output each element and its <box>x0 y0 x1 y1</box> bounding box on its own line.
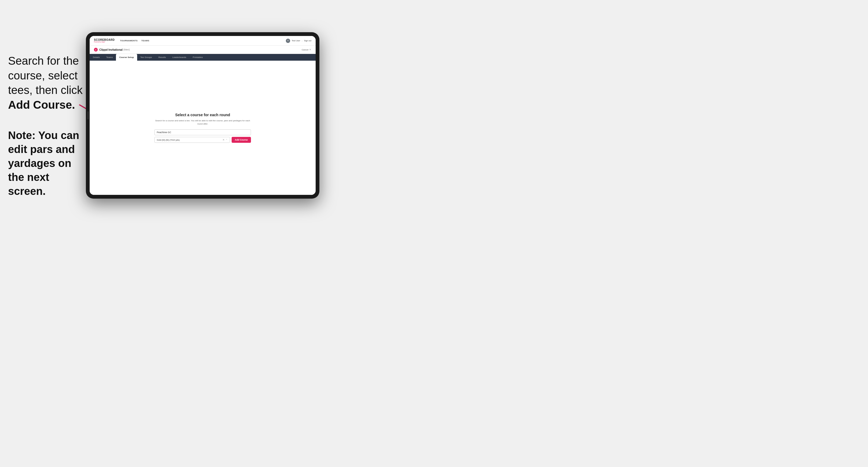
sign-out-link[interactable]: Sign out <box>304 39 311 42</box>
top-nav: SCOREBOARD Powered by clippd TOURNAMENTS… <box>90 36 316 45</box>
main-content: Select a course for each round Search fo… <box>90 61 316 195</box>
course-search-input[interactable] <box>154 129 251 135</box>
add-course-button[interactable]: Add Course <box>231 137 251 143</box>
tournament-title: Clippd Invitational <box>99 48 123 51</box>
tee-select-dropdown[interactable]: Gold (M) (M) (7010 yds) ✕ ⌃ <box>154 137 230 143</box>
nav-link-tournaments[interactable]: TOURNAMENTS <box>120 39 137 42</box>
tee-clear-icon[interactable]: ✕ <box>222 138 225 141</box>
logo-sub: Powered by clippd <box>94 41 115 43</box>
logo-area: SCOREBOARD Powered by clippd <box>94 39 115 43</box>
course-card-title: Select a course for each round <box>154 113 251 117</box>
tab-results[interactable]: Results <box>155 54 169 61</box>
tab-tee-groups[interactable]: Tee Groups <box>137 54 155 61</box>
annotation-line2: course, select <box>8 69 78 82</box>
annotation-note: Note: You can edit pars and yardages on … <box>8 128 83 198</box>
tab-leaderboards[interactable]: Leaderboards <box>169 54 189 61</box>
course-card: Select a course for each round Search fo… <box>154 113 251 143</box>
tablet-screen: SCOREBOARD Powered by clippd TOURNAMENTS… <box>90 36 316 195</box>
user-avatar: T <box>286 39 290 43</box>
course-card-desc: Search for a course and select a tee. Yo… <box>154 119 251 126</box>
cancel-button[interactable]: Cancel ✕ <box>302 48 311 51</box>
tablet-side-button <box>88 112 89 119</box>
tab-bar: Details Teams Course Setup Tee Groups Re… <box>90 54 316 61</box>
cancel-x-icon: ✕ <box>309 48 311 51</box>
pipe: | <box>302 39 303 42</box>
annotation-bold: Add Course. <box>8 98 75 111</box>
tee-select-value: Gold (M) (M) (7010 yds) <box>157 139 180 141</box>
nav-links: TOURNAMENTS TEAMS <box>120 39 286 42</box>
annotation-line3: tees, then click <box>8 84 83 96</box>
tab-printables[interactable]: Printables <box>189 54 206 61</box>
annotation-line1: Search for the <box>8 55 79 67</box>
tournament-icon: C <box>94 48 98 52</box>
left-annotation: Search for the course, select tees, then… <box>8 54 83 198</box>
tournament-sub: (Men) <box>123 48 130 51</box>
tab-course-setup[interactable]: Course Setup <box>116 54 137 61</box>
user-area: T Test User | Sign out <box>286 39 311 43</box>
nav-link-teams[interactable]: TEAMS <box>142 39 150 42</box>
user-name: Test User <box>292 39 300 42</box>
tee-chevron-icon[interactable]: ⌃ <box>226 139 227 141</box>
tournament-header: C Clippd Invitational (Men) Cancel ✕ <box>90 45 316 54</box>
tab-details[interactable]: Details <box>90 54 103 61</box>
cancel-label: Cancel <box>302 49 308 51</box>
tee-select-controls: ✕ ⌃ <box>222 138 227 141</box>
tee-select-row: Gold (M) (M) (7010 yds) ✕ ⌃ Add Course <box>154 137 251 143</box>
tablet-device: SCOREBOARD Powered by clippd TOURNAMENTS… <box>86 32 319 198</box>
tab-teams[interactable]: Teams <box>103 54 116 61</box>
